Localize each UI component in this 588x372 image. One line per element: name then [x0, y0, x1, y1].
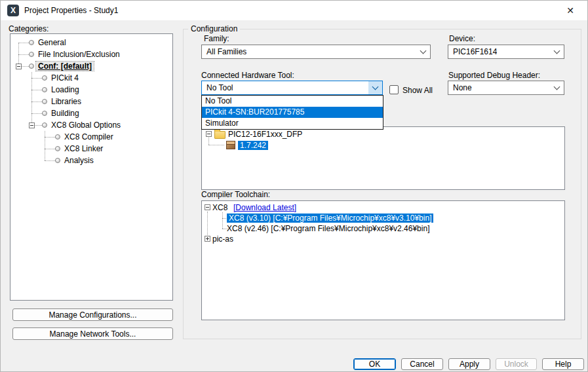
tree-item-general[interactable]: General — [10, 37, 172, 48]
window-title: Project Properties - Study1 — [24, 6, 118, 15]
tree-item-loading[interactable]: Loading — [10, 84, 172, 96]
categories-label: Categories: — [9, 24, 49, 33]
help-button[interactable]: Help — [542, 358, 584, 370]
tree-item-libraries[interactable]: Libraries — [10, 96, 172, 107]
chevron-down-icon[interactable] — [550, 45, 564, 58]
tree-item-file-inclusion-exclusion[interactable]: File Inclusion/Exclusion — [10, 48, 172, 60]
tree-item-label: Libraries — [49, 97, 83, 106]
tree-bullet-icon — [29, 40, 34, 45]
supported-debug-header-label: Supported Debug Header: — [448, 71, 540, 80]
tree-connector-line — [45, 160, 55, 161]
tree-item-pickit-4[interactable]: PICkit 4 — [10, 72, 172, 84]
tree-item-conf-default[interactable]: Conf: [default] — [10, 60, 172, 72]
tree-connector-line — [31, 90, 42, 90]
toolchain-item-label: XC8 — [212, 203, 227, 212]
packs-item-label: PIC12-16F1xxx_DFP — [228, 130, 302, 139]
tree-item-label: Building — [49, 109, 81, 118]
connected-hardware-tool-combo[interactable]: No Tool — [201, 81, 383, 95]
compiler-toolchain-box[interactable]: XC8[Download Latest]XC8 (v3.10) [C:¥Prog… — [201, 200, 565, 320]
tree-bullet-icon — [55, 158, 60, 163]
tree-bullet-icon — [42, 99, 47, 104]
toolchain-item-label: XC8 (v3.10) [C:¥Program Files¥Microchip¥… — [227, 214, 433, 223]
manage-network-tools-button[interactable]: Manage Network Tools... — [12, 327, 173, 340]
connected-hardware-tool-label: Connected Hardware Tool: — [201, 71, 294, 80]
supported-debug-header-value: None — [448, 83, 472, 92]
packs-item-pic12-16f1xxx-dfp[interactable]: PIC12-16F1xxx_DFP — [202, 129, 564, 140]
toolchain-item-xc8-v2-46-c-program-files-microchip-xc8-v2-46-bin[interactable]: XC8 (v2.46) [C:¥Program Files¥Microchip¥… — [202, 223, 564, 234]
close-icon[interactable]: ✕ — [564, 5, 577, 16]
tree-item-label: General — [36, 38, 68, 47]
unlock-button: Unlock — [496, 358, 537, 370]
tree-bullet-icon — [42, 111, 47, 116]
tree-item-label: Analysis — [62, 156, 96, 165]
device-combo-value: PIC16F1614 — [448, 47, 497, 56]
toolchain-item-pic-as[interactable]: pic-as — [202, 234, 564, 244]
chevron-down-icon[interactable] — [416, 45, 430, 58]
tree-item-building[interactable]: Building — [10, 107, 172, 119]
collapse-minus-icon[interactable] — [206, 131, 212, 137]
connected-hardware-tool-value: No Tool — [202, 83, 233, 92]
tree-connector-line — [45, 149, 55, 149]
ok-button[interactable]: OK — [353, 358, 396, 370]
device-combo[interactable]: PIC16F1614 — [448, 45, 564, 59]
tree-connector-line — [31, 102, 42, 102]
tree-connector-line — [18, 43, 29, 43]
device-label: Device: — [449, 34, 475, 43]
tree-item-analysis[interactable]: Analysis — [10, 155, 172, 166]
tree-item-label: XC8 Linker — [62, 144, 105, 153]
tree-item-xc8-compiler[interactable]: XC8 Compiler — [10, 131, 172, 143]
tree-item-label: Conf: [default] — [36, 62, 94, 71]
tree-connector-line — [31, 113, 42, 114]
title-bar: X Project Properties - Study1 ✕ — [1, 1, 587, 20]
toolchain-item-label: pic-as — [212, 234, 233, 244]
tree-bullet-icon — [42, 122, 47, 128]
family-combo-value: All Families — [202, 47, 246, 56]
mplab-app-icon: X — [7, 5, 19, 16]
family-combo[interactable]: All Families — [201, 45, 431, 59]
collapse-minus-icon[interactable] — [205, 204, 210, 210]
dropdown-item-pickit-4-sn-bur201775785[interactable]: PICkit 4-SN:BUR201775785 — [202, 107, 383, 118]
family-label: Family: — [204, 34, 229, 43]
cancel-button[interactable]: Cancel — [401, 358, 443, 370]
tree-bullet-icon — [55, 146, 60, 151]
dropdown-item-no-tool[interactable]: No Tool — [202, 96, 383, 107]
tree-bullet-icon — [42, 87, 47, 92]
collapse-minus-icon[interactable] — [16, 64, 22, 69]
tree-item-xc8-global-options[interactable]: XC8 Global Options — [10, 119, 172, 131]
tree-item-label: PICkit 4 — [49, 73, 81, 83]
show-all-label[interactable]: Show All — [402, 86, 433, 95]
tree-bullet-icon — [29, 64, 34, 69]
project-properties-dialog: X Project Properties - Study1 ✕ Categori… — [0, 0, 588, 372]
toolchain-item-label: XC8 (v2.46) [C:¥Program Files¥Microchip¥… — [227, 224, 429, 233]
packs-box[interactable]: PIC12-16F1xxx_DFP1.7.242 — [201, 126, 565, 190]
tree-connector-line — [31, 78, 42, 79]
compiler-toolchain-label: Compiler Toolchain: — [201, 190, 270, 199]
tree-item-label: Loading — [49, 85, 81, 94]
expand-plus-icon[interactable] — [205, 236, 210, 242]
categories-tree[interactable]: GeneralFile Inclusion/ExclusionConf: [de… — [10, 33, 173, 301]
show-all-checkbox[interactable] — [389, 85, 399, 94]
download-latest-link[interactable]: [Download Latest] — [233, 203, 296, 212]
package-icon — [226, 141, 235, 149]
chevron-down-icon[interactable] — [368, 81, 382, 94]
tree-connector-line — [18, 54, 29, 55]
tree-item-label: File Inclusion/Exclusion — [36, 50, 122, 59]
apply-button[interactable]: Apply — [448, 358, 490, 370]
collapse-minus-icon[interactable] — [29, 122, 35, 128]
toolchain-item-xc8-v3-10-c-program-files-microchip-xc8-v3-10-bin[interactable]: XC8 (v3.10) [C:¥Program Files¥Microchip¥… — [202, 213, 564, 223]
tree-bullet-icon — [29, 52, 34, 57]
folder-icon — [214, 131, 225, 139]
manage-configurations-button[interactable]: Manage Configurations... — [12, 308, 173, 321]
hardware-tool-dropdown[interactable]: No ToolPICkit 4-SN:BUR201775785Simulator — [201, 95, 383, 130]
packs-item-label: 1.7.242 — [238, 141, 268, 150]
tree-item-label: XC8 Compiler — [62, 132, 115, 141]
tree-item-label: XC8 Global Options — [49, 121, 123, 130]
dropdown-item-simulator[interactable]: Simulator — [202, 118, 383, 129]
tree-bullet-icon — [42, 75, 47, 81]
chevron-down-icon[interactable] — [550, 81, 564, 94]
tree-bullet-icon — [55, 134, 60, 140]
toolchain-item-xc8[interactable]: XC8[Download Latest] — [202, 202, 564, 213]
tree-item-xc8-linker[interactable]: XC8 Linker — [10, 143, 172, 155]
packs-item-1-7-242[interactable]: 1.7.242 — [202, 140, 564, 151]
supported-debug-header-combo[interactable]: None — [448, 81, 564, 95]
